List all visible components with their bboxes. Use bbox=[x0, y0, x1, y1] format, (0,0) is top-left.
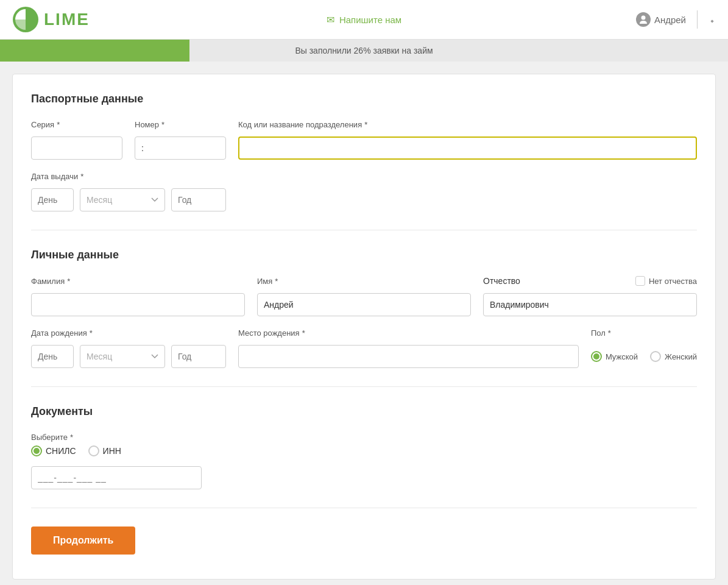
birth-date-group: Дата рождения * Месяц Январь Февраль Мар… bbox=[31, 328, 226, 368]
familiya-input[interactable] bbox=[31, 293, 245, 316]
nomer-group: Номер * bbox=[135, 120, 226, 160]
doc-inn-text: ИНН bbox=[103, 446, 121, 456]
date-required: * bbox=[80, 172, 83, 181]
pol-muzhskoy-text: Мужской bbox=[606, 352, 638, 361]
date-label: Дата выдачи bbox=[31, 172, 78, 181]
doc-inn-radio[interactable] bbox=[88, 445, 99, 456]
logo-icon bbox=[12, 6, 39, 33]
birth-place-required: * bbox=[302, 328, 305, 338]
svg-point-1 bbox=[641, 16, 645, 20]
imya-group: Имя * bbox=[257, 277, 471, 316]
main-content: Паспортные данные Серия * Номер * Код ил… bbox=[0, 62, 728, 585]
pol-zhenskiy-text: Женский bbox=[665, 352, 697, 361]
pol-required: * bbox=[608, 328, 611, 338]
issue-month-select[interactable]: Месяц Январь Февраль Март Апрель Май Июн… bbox=[80, 188, 165, 211]
logo-area: LIME bbox=[12, 6, 90, 33]
pol-radio-group: Мужской Женский bbox=[591, 345, 697, 368]
passport-divider bbox=[31, 230, 697, 230]
seria-input[interactable] bbox=[31, 136, 122, 160]
kod-label-row: Код или название подразделения * bbox=[238, 120, 697, 129]
birth-day-input[interactable] bbox=[31, 345, 74, 368]
seria-label-row: Серия * bbox=[31, 120, 122, 129]
pol-muzhskoy-radio[interactable] bbox=[591, 351, 602, 362]
user-name: Андрей bbox=[654, 15, 686, 25]
birth-date-label-row: Дата рождения * bbox=[31, 328, 226, 338]
header: LIME ✉ Напишите нам Андрей ⬩ bbox=[0, 0, 728, 40]
header-right: Андрей ⬩ bbox=[636, 10, 716, 29]
form-card: Паспортные данные Серия * Номер * Код ил… bbox=[12, 74, 716, 580]
familiya-label-row: Фамилия * bbox=[31, 277, 245, 286]
pol-zhenskiy-label[interactable]: Женский bbox=[650, 351, 697, 362]
pol-zhenskiy-radio[interactable] bbox=[650, 351, 661, 362]
doc-inn-label[interactable]: ИНН bbox=[88, 445, 121, 456]
documents-section-title: Документы bbox=[31, 405, 697, 418]
nomer-input[interactable] bbox=[135, 136, 226, 160]
imya-input[interactable] bbox=[257, 293, 471, 316]
logo-text: LIME bbox=[44, 10, 90, 29]
pol-muzhskoy-dot bbox=[593, 353, 599, 360]
personal-section-title: Личные данные bbox=[31, 249, 697, 261]
kod-group: Код или название подразделения * bbox=[238, 120, 697, 160]
contact-label: Напишите нам bbox=[339, 15, 401, 25]
otchestvo-group: Отчество Нет отчества bbox=[483, 276, 697, 316]
otchestvo-input[interactable] bbox=[483, 293, 697, 316]
issue-year-input[interactable] bbox=[171, 188, 226, 211]
pol-muzhskoy-label[interactable]: Мужской bbox=[591, 351, 638, 362]
progress-fill bbox=[0, 40, 189, 62]
doc-snils-radio[interactable] bbox=[31, 445, 42, 456]
seria-group: Серия * bbox=[31, 120, 122, 160]
doc-divider bbox=[31, 508, 697, 508]
passport-section-title: Паспортные данные bbox=[31, 93, 697, 105]
header-contact[interactable]: ✉ Напишите нам bbox=[327, 14, 401, 26]
nomer-label-row: Номер * bbox=[135, 120, 226, 129]
viberite-label: Выберите bbox=[31, 433, 68, 442]
imya-label: Имя bbox=[257, 277, 272, 286]
personal-row-2: Дата рождения * Месяц Январь Февраль Мар… bbox=[31, 328, 697, 368]
pol-label-row: Пол * bbox=[591, 328, 697, 338]
birth-date-row: Месяц Январь Февраль Март Апрель Май Июн… bbox=[31, 345, 226, 368]
envelope-icon: ✉ bbox=[327, 14, 334, 26]
imya-required: * bbox=[275, 277, 278, 286]
kod-required: * bbox=[364, 120, 367, 129]
birth-place-input[interactable] bbox=[238, 345, 579, 368]
kod-input[interactable] bbox=[238, 136, 697, 160]
submit-button[interactable]: Продолжить bbox=[31, 526, 135, 555]
birth-year-input[interactable] bbox=[171, 345, 226, 368]
familiya-label: Фамилия bbox=[31, 277, 65, 286]
seria-label: Серия bbox=[31, 120, 54, 129]
progress-text: Вы заполнили 26% заявки на займ bbox=[295, 46, 433, 55]
logout-icon[interactable]: ⬩ bbox=[709, 13, 716, 27]
nomer-label: Номер bbox=[135, 120, 159, 129]
doc-select-group: СНИЛС ИНН bbox=[31, 445, 697, 456]
kod-label: Код или название подразделения bbox=[238, 120, 362, 129]
no-otchestvo-checkbox[interactable] bbox=[635, 276, 645, 286]
imya-label-row: Имя * bbox=[257, 277, 471, 286]
issue-day-input[interactable] bbox=[31, 188, 74, 211]
doc-snils-label[interactable]: СНИЛС bbox=[31, 445, 76, 456]
birth-month-select[interactable]: Месяц Январь Февраль Март Апрель Май Июн… bbox=[80, 345, 165, 368]
snils-input[interactable] bbox=[31, 466, 202, 489]
no-otchestvo-text: Нет отчества bbox=[649, 277, 697, 286]
doc-required: * bbox=[70, 433, 73, 442]
header-divider bbox=[697, 10, 698, 29]
familiya-group: Фамилия * bbox=[31, 277, 245, 316]
pol-label: Пол bbox=[591, 328, 606, 338]
passport-row-1: Серия * Номер * Код или название подразд… bbox=[31, 120, 697, 160]
birth-date-label: Дата рождения bbox=[31, 328, 87, 338]
otchestvo-label: Отчество bbox=[483, 276, 520, 286]
date-label-row: Дата выдачи * bbox=[31, 172, 697, 181]
user-area: Андрей bbox=[636, 12, 686, 27]
no-otchestvo-label[interactable]: Нет отчества bbox=[635, 276, 697, 286]
person-icon bbox=[638, 15, 648, 24]
pol-group: Пол * Мужской Женский bbox=[591, 328, 697, 368]
personal-divider bbox=[31, 386, 697, 387]
submit-area: Продолжить bbox=[31, 526, 697, 555]
doc-snils-text: СНИЛС bbox=[46, 446, 76, 456]
seria-required: * bbox=[57, 120, 60, 129]
birth-date-required: * bbox=[90, 328, 93, 338]
date-row: Месяц Январь Февраль Март Апрель Май Июн… bbox=[31, 188, 697, 211]
user-icon bbox=[636, 12, 651, 27]
nomer-required: * bbox=[161, 120, 164, 129]
birth-place-label-row: Место рождения * bbox=[238, 328, 579, 338]
birth-place-group: Место рождения * bbox=[238, 328, 579, 368]
